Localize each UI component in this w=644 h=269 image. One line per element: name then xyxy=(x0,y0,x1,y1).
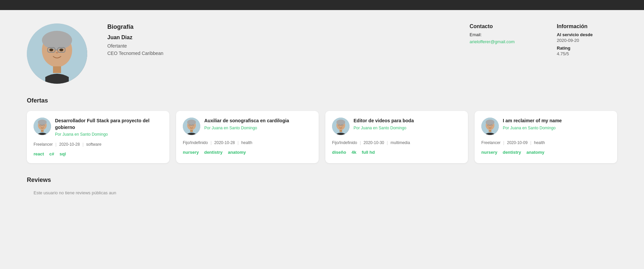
offer-location-2[interactable]: Santo Domingo xyxy=(229,126,257,130)
rating-label: Rating xyxy=(557,46,617,51)
offer-by-4: Por Juana en Santo Domingo xyxy=(503,126,562,130)
svg-rect-22 xyxy=(190,130,193,132)
offer-type-4: Freelancer xyxy=(481,140,500,145)
svg-point-32 xyxy=(486,120,494,125)
offer-date-2: 2020-10-28 xyxy=(214,140,235,145)
offer-location-4[interactable]: Santo Domingo xyxy=(528,126,556,130)
offer-user-4[interactable]: Juana xyxy=(510,126,521,130)
offers-title: Ofertas xyxy=(27,97,617,104)
offer-category-3: multimedia xyxy=(390,140,410,145)
service-label: Al servicio desde xyxy=(557,32,617,37)
info-title: Información xyxy=(557,23,617,29)
offer-tag-2-0: nursery xyxy=(183,150,199,155)
offer-header-3: Editor de videos para boda Por Juana en … xyxy=(332,118,461,135)
avatar-container xyxy=(27,23,87,84)
offer-tag-2-1: dentistry xyxy=(204,150,223,155)
offer-meta-1: Freelancer | 2020-10-28 | software xyxy=(34,142,163,147)
svg-point-18 xyxy=(187,120,196,125)
bio-name: Juan Diaz xyxy=(107,35,215,41)
offer-tag-3-0: diseño xyxy=(332,150,346,155)
offer-info-1: Desarrollador Full Stack para proyecto d… xyxy=(55,118,163,137)
svg-point-2 xyxy=(42,31,72,50)
offer-date-3: 2020-10-30 xyxy=(364,140,384,145)
svg-rect-8 xyxy=(53,66,61,73)
offer-by-3: Por Juana en Santo Domingo xyxy=(354,126,414,130)
svg-rect-15 xyxy=(41,130,44,132)
reviews-section: Reviews Este usuario no tiene reviews pú… xyxy=(27,177,617,195)
offer-meta-2: Fijo/Indefinido | 2020-10-28 | health xyxy=(183,140,312,145)
offer-title-3: Editor de videos para boda xyxy=(354,118,414,124)
offer-header-1: Desarrollador Full Stack para proyecto d… xyxy=(34,118,163,137)
reviews-title: Reviews xyxy=(27,177,617,184)
offer-info-4: I am reclaimer of my name Por Juana en S… xyxy=(503,118,562,130)
contact-section: Contacto Email: arielofferer@gmail.com xyxy=(470,23,537,45)
offers-section: Ofertas xyxy=(27,97,617,163)
offer-by-2: Por Juana en Santo Domingo xyxy=(204,126,289,130)
offer-category-2: health xyxy=(241,140,252,145)
svg-rect-29 xyxy=(339,130,342,132)
bio-section: Biografía Juan Diaz Ofertante CEO Tecnom… xyxy=(107,23,215,56)
offer-by-1: Por Juana en Santo Domingo xyxy=(55,132,163,137)
offer-card-4: I am reclaimer of my name Por Juana en S… xyxy=(475,111,617,163)
offer-header-2: Auxiliar de sonografisca en cardilogia P… xyxy=(183,118,312,135)
bio-company: CEO Tecnomed Caribbean xyxy=(107,51,215,56)
offer-title-1: Desarrollador Full Stack para proyecto d… xyxy=(55,118,163,131)
rating-value: 4.75/5 xyxy=(557,51,617,56)
offer-date-4: 2020-10-09 xyxy=(507,140,527,145)
top-banner xyxy=(0,0,644,10)
offer-title-4: I am reclaimer of my name xyxy=(503,118,562,124)
offer-avatar-4 xyxy=(481,118,499,135)
offer-tags-2: nursery dentistry anatomy xyxy=(183,150,312,155)
offer-tags-1: react c# sql xyxy=(34,151,163,156)
avatar xyxy=(27,23,87,84)
contact-title: Contacto xyxy=(470,23,537,29)
offer-tags-4: nursery dentistry anatomy xyxy=(481,150,610,155)
offer-tags-3: diseño 4k full hd xyxy=(332,150,461,155)
bio-title: Biografía xyxy=(107,23,215,30)
offer-tag-3-2: full hd xyxy=(362,150,375,155)
offer-tag-1-2: sql xyxy=(60,151,66,156)
offer-user-3[interactable]: Juana xyxy=(361,126,372,130)
offer-card-2: Auxiliar de sonografisca en cardilogia P… xyxy=(176,111,319,163)
offer-location-1[interactable]: Santo Domingo xyxy=(80,132,108,137)
offer-info-2: Auxiliar de sonografisca en cardilogia P… xyxy=(204,118,289,130)
offer-avatar-2 xyxy=(183,118,200,135)
offer-title-2: Auxiliar de sonografisca en cardilogia xyxy=(204,118,289,124)
offer-card-3: Editor de videos para boda Por Juana en … xyxy=(325,111,468,163)
info-section: Información Al servicio desde 2020-09-20… xyxy=(557,23,617,56)
offer-tag-4-1: dentistry xyxy=(503,150,521,155)
offers-grid: Desarrollador Full Stack para proyecto d… xyxy=(27,111,617,163)
offer-category-1: software xyxy=(86,142,101,147)
contact-email-label: Email: xyxy=(470,32,537,37)
offer-category-4: health xyxy=(534,140,545,145)
svg-point-6 xyxy=(49,49,53,51)
offer-tag-1-0: react xyxy=(34,151,44,156)
offer-location-3[interactable]: Santo Domingo xyxy=(379,126,407,130)
page-content: Biografía Juan Diaz Ofertante CEO Tecnom… xyxy=(0,10,644,215)
offer-avatar-1 xyxy=(34,118,51,135)
offer-type-3: Fijo/Indefinido xyxy=(332,140,357,145)
svg-point-7 xyxy=(59,49,63,51)
offer-type-2: Fijo/Indefinido xyxy=(183,140,208,145)
reviews-empty: Este usuario no tiene reviews públicas a… xyxy=(34,190,617,195)
offer-user-2[interactable]: Juana xyxy=(212,126,223,130)
offer-meta-4: Freelancer | 2020-10-09 | health xyxy=(481,140,610,145)
offer-tag-2-2: anatomy xyxy=(228,150,246,155)
offer-header-4: I am reclaimer of my name Por Juana en S… xyxy=(481,118,610,135)
profile-section: Biografía Juan Diaz Ofertante CEO Tecnom… xyxy=(27,23,617,84)
offer-card-1: Desarrollador Full Stack para proyecto d… xyxy=(27,111,169,163)
offer-avatar-3 xyxy=(332,118,350,135)
offer-info-3: Editor de videos para boda Por Juana en … xyxy=(354,118,414,130)
offer-tag-4-0: nursery xyxy=(481,150,497,155)
bio-role: Ofertante xyxy=(107,43,215,49)
svg-point-25 xyxy=(336,120,345,125)
offer-meta-3: Fijo/Indefinido | 2020-10-30 | multimedi… xyxy=(332,140,461,145)
offer-tag-3-1: 4k xyxy=(352,150,356,155)
offer-date-1: 2020-10-28 xyxy=(59,142,79,147)
offer-tag-1-1: c# xyxy=(49,151,54,156)
svg-rect-36 xyxy=(489,130,491,132)
offer-type-1: Freelancer xyxy=(34,142,53,147)
contact-email-link[interactable]: arielofferer@gmail.com xyxy=(470,39,515,44)
svg-point-11 xyxy=(38,120,47,125)
offer-user-1[interactable]: Juana xyxy=(62,132,73,137)
